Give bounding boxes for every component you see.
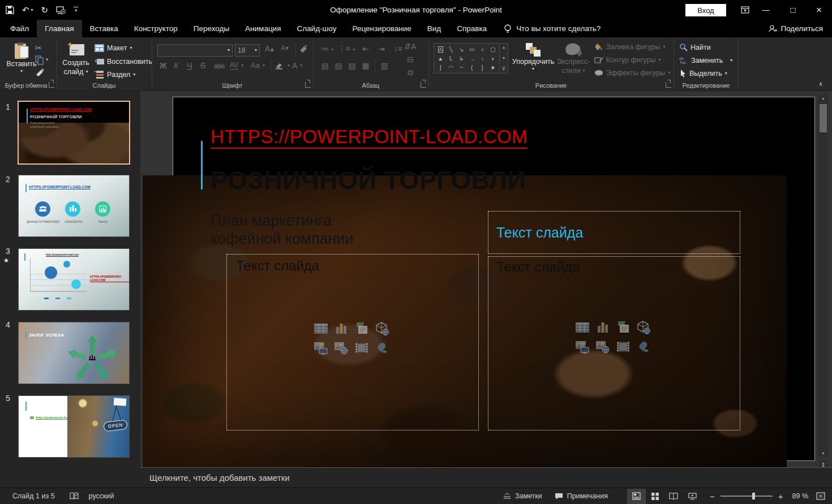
shape-fill-button[interactable]: Заливка фигуры ▾ (594, 43, 665, 51)
zoom-in-button[interactable]: + (778, 492, 783, 501)
undo-dropdown-icon[interactable]: ▾ (31, 8, 33, 12)
numbering-icon[interactable]: ⋮≡ (338, 44, 350, 53)
insert-online-pictures-icon[interactable] (595, 339, 610, 354)
tab-file[interactable]: Файл (2, 20, 37, 37)
clipboard-dialog-launcher[interactable] (49, 82, 54, 88)
scrollbar-down-icon[interactable]: ▼ (818, 449, 828, 457)
copy-dropdown-icon[interactable]: ▾ (46, 57, 49, 62)
insert-pictures-icon[interactable] (314, 341, 328, 355)
scribble-shape-icon[interactable]: ʃ (440, 64, 441, 71)
font-name-combobox[interactable]: ▾ (157, 44, 233, 57)
scrollbar-thumb[interactable] (820, 104, 827, 132)
numbering-dropdown-icon[interactable]: ▾ (353, 48, 355, 52)
curve-shape-icon[interactable]: ~ (460, 64, 463, 71)
right-arrow-shape-icon[interactable]: → (469, 55, 475, 62)
tab-design[interactable]: Конструктор (126, 20, 186, 37)
insert-icons-icon[interactable] (636, 339, 651, 354)
slide-thumbnail-1[interactable]: HTTPS://POWERPOINT-LOAD.COM РОЗНИЧНОЙ ТО… (18, 101, 130, 165)
language-indicator[interactable]: русский (89, 492, 114, 500)
normal-view-button[interactable] (627, 489, 646, 504)
zoom-out-button[interactable]: − (710, 492, 715, 501)
slide-thumbnail-5[interactable]: https://powerpoint-load.com OPEN (19, 396, 129, 457)
notes-toggle[interactable]: Заметки (503, 492, 542, 500)
insert-video-icon[interactable] (354, 341, 369, 355)
paste-button[interactable]: Вставить ▾ (7, 42, 36, 74)
convert-smartart-icon[interactable]: ⧉ (404, 68, 417, 77)
elbow-arrow-shape-icon[interactable]: ↳ (459, 55, 464, 62)
align-right-icon[interactable]: ▤ (346, 61, 358, 70)
tab-view[interactable]: Вид (419, 20, 449, 37)
tab-review[interactable]: Рецензирование (344, 20, 419, 37)
shapes-gallery[interactable]: A ╲ ↘ ▭ ○ ▢ ▲ L ↳ → ↓ ◗ ʃ ◠ ~ { } ★ (434, 43, 500, 74)
arrange-button[interactable]: Упорядочить ▾ (512, 42, 554, 71)
title-accent-bar[interactable] (201, 141, 203, 189)
font-color-button[interactable]: A▾ (292, 61, 302, 70)
decrease-font-icon[interactable]: A▾ (281, 44, 289, 52)
slide-thumbnail-4[interactable]: ЗАЛОГ УСПЕХА (19, 322, 129, 384)
shape-effects-button[interactable]: Эффекты фигуры ▾ (594, 69, 670, 77)
insert-3d-model-icon[interactable] (375, 321, 389, 336)
decrease-indent-icon[interactable]: ⇤ (359, 44, 372, 53)
increase-font-icon[interactable]: A▴ (265, 44, 274, 53)
right-brace-shape-icon[interactable]: } (482, 64, 483, 71)
bold-button[interactable]: Ж (160, 61, 167, 70)
elbow-connector-shape-icon[interactable]: L (449, 55, 453, 62)
star-shape-icon[interactable]: ★ (490, 64, 495, 71)
customize-qat-icon[interactable]: ▾ (74, 7, 78, 13)
rectangle-shape-icon[interactable]: ▭ (469, 46, 474, 53)
character-spacing-button[interactable]: AV▾ (230, 61, 243, 70)
strikethrough-button[interactable]: S (200, 61, 205, 70)
content-placeholder-left[interactable]: Текст слайда (226, 254, 479, 430)
slide-hyperlink[interactable]: HTTPS://POWERPOINT-LOAD.COM (211, 126, 527, 149)
section-button[interactable]: Раздел ▾ (95, 70, 135, 79)
justify-icon[interactable]: ▦ (359, 61, 372, 70)
slide-thumbnail-2[interactable]: HTTPS://POWERPOINT-LOAD.COM ДАННЫЕ ПОТРЕ… (19, 175, 129, 236)
shapes-more-icon[interactable]: ▼ (502, 67, 506, 71)
insert-pictures-icon[interactable] (575, 339, 590, 354)
notes-placeholder[interactable]: Щелкните, чтобы добавить заметки (140, 468, 832, 483)
content-placeholder-right-bottom[interactable]: Текст слайда (488, 256, 740, 430)
down-arrow-shape-icon[interactable]: ↓ (481, 55, 484, 62)
redo-icon[interactable]: ↻ (41, 6, 49, 14)
text-highlight-button[interactable]: ▾ (275, 61, 290, 70)
placeholder-right-top-text[interactable]: Текст слайда (488, 225, 583, 241)
insert-table-icon[interactable] (314, 321, 328, 336)
shapes-scroll-down-icon[interactable]: ▼ (502, 56, 506, 60)
columns-icon[interactable]: ▥ (378, 61, 391, 70)
insert-video-icon[interactable] (616, 339, 631, 354)
tab-transitions[interactable]: Переходы (186, 20, 237, 37)
font-size-combobox[interactable]: 18 ▾ (235, 44, 260, 57)
insert-chart-icon[interactable] (334, 321, 349, 336)
shape-outline-button[interactable]: Контур фигуры ▾ (594, 56, 661, 64)
fit-slide-to-window-button[interactable] (816, 492, 825, 500)
scrollbar-up-icon[interactable]: ▲ (818, 94, 828, 102)
tab-insert[interactable]: Вставка (82, 20, 126, 37)
shapes-gallery-scrollbar[interactable]: ▲ ▼ ▼ (500, 43, 508, 74)
tab-animations[interactable]: Анимация (237, 20, 289, 37)
increase-indent-icon[interactable]: ⇥ (375, 44, 388, 53)
slideshow-view-button[interactable] (683, 489, 702, 504)
insert-3d-model-icon[interactable] (636, 320, 651, 335)
start-slideshow-icon[interactable] (56, 6, 66, 14)
text-direction-icon[interactable]: ⇵A (404, 42, 417, 51)
find-button[interactable]: Найти (679, 43, 711, 51)
reset-button[interactable]: Восстановить (95, 57, 152, 66)
format-painter-icon[interactable] (35, 68, 45, 77)
collapse-ribbon-icon[interactable]: ∧ (818, 80, 823, 88)
line-shape-icon[interactable]: ╲ (449, 46, 453, 53)
select-button[interactable]: Выделить ▾ (679, 69, 727, 77)
left-brace-shape-icon[interactable]: { (471, 64, 473, 71)
placeholder-right-bottom-text[interactable]: Текст слайда (488, 257, 740, 277)
bullets-icon[interactable]: ≔ (319, 44, 331, 53)
slide-subtitle[interactable]: План маркетинга кофейной компании (211, 212, 353, 248)
copy-icon[interactable] (35, 55, 44, 65)
insert-online-pictures-icon[interactable] (334, 341, 349, 355)
strikethrough-abc-icon[interactable]: abc (214, 62, 225, 70)
drawing-dialog-launcher[interactable] (666, 82, 671, 88)
slide-thumbnail-3[interactable]: http://powerpoint-load.com HTTPS://POWER… (19, 249, 129, 310)
oval-shape-icon[interactable]: ○ (481, 46, 484, 53)
undo-button[interactable]: ↶ ▾ (22, 6, 33, 14)
placeholder-left-text[interactable]: Текст слайда (227, 255, 478, 277)
insert-chart-icon[interactable] (595, 320, 610, 335)
bullets-dropdown-icon[interactable]: ▾ (331, 48, 333, 52)
